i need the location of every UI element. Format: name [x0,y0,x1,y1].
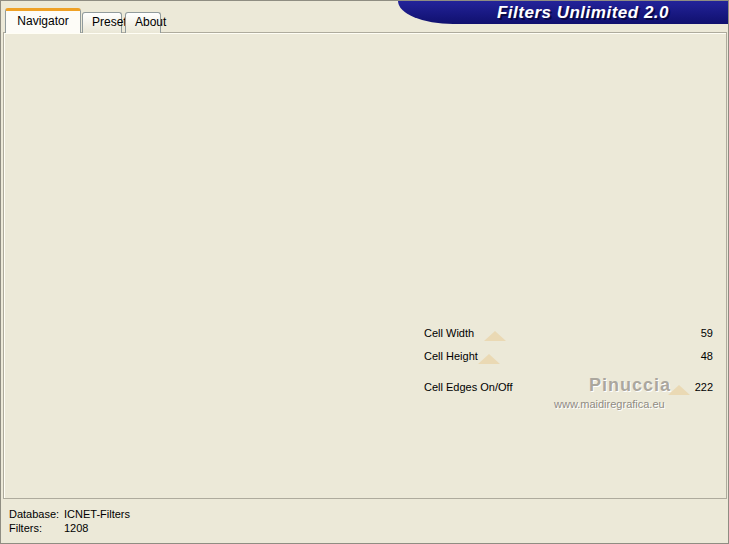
slider-position-marker[interactable] [484,331,506,341]
navigator-tab-panel [3,32,727,499]
tab-label: About [135,15,166,29]
status-bar: Database:ICNET-Filters Filters:1208 Appl… [1,500,729,544]
slider-position-marker[interactable] [478,354,500,364]
filters-unlimited-dialog: Filters Unlimited 2.0 Navigator Presets … [0,0,729,544]
status-database-row: Database:ICNET-Filters [9,508,130,520]
tab-about[interactable]: About [125,12,161,33]
slider-value: 59 [701,325,719,341]
tab-navigator[interactable]: Navigator [5,8,81,33]
window-title: Filters Unlimited 2.0 [457,3,669,23]
slider-position-marker[interactable] [668,385,690,395]
slider-label: Cell Height [418,348,478,364]
slider-value: 222 [695,379,719,395]
slider-value: 48 [701,348,719,364]
watermark-url: www.maidiregrafica.eu [554,398,665,410]
status-filters-label: Filters: [9,522,64,534]
slider-label: Cell Edges On/Off [418,379,512,395]
tab-presets[interactable]: Presets [82,12,122,33]
slider-label: Cell Width [418,325,474,341]
title-banner: Filters Unlimited 2.0 [398,1,728,24]
tab-label: Navigator [17,14,68,28]
status-database-label: Database: [9,508,64,520]
watermark-name: Pinuccia [589,375,671,396]
status-database-value: ICNET-Filters [64,508,130,520]
status-filters-value: 1208 [64,522,88,534]
status-filters-row: Filters:1208 [9,522,88,534]
